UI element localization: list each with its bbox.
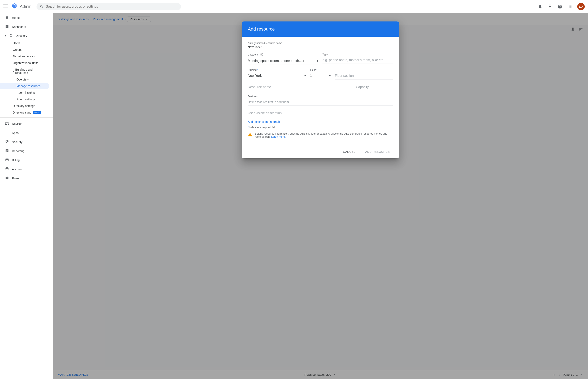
sidebar-item-groups[interactable]: Groups bbox=[0, 47, 49, 53]
floor-label: Floor * bbox=[310, 68, 331, 71]
required-note: * indicates a required field bbox=[248, 126, 393, 129]
billing-icon bbox=[5, 158, 9, 163]
search-bar[interactable] bbox=[36, 3, 181, 10]
category-help-icon[interactable]: ⓘ bbox=[260, 53, 263, 56]
grid-button[interactable] bbox=[566, 2, 574, 11]
floor-select[interactable]: 12345 bbox=[310, 74, 331, 78]
sidebar-buildings-label: Buildings and resources bbox=[15, 68, 44, 75]
sidebar-dir-settings-label: Directory settings bbox=[13, 104, 35, 108]
sidebar-billing-label: Billing bbox=[12, 158, 20, 162]
home-icon bbox=[5, 16, 9, 20]
sidebar-item-devices[interactable]: Devices bbox=[0, 119, 49, 128]
rules-icon bbox=[5, 176, 9, 181]
topbar: Admin LU bbox=[0, 0, 588, 13]
search-icon bbox=[40, 4, 44, 9]
type-input[interactable] bbox=[322, 57, 393, 64]
devices-icon bbox=[5, 122, 9, 126]
learn-more-link[interactable]: Learn more. bbox=[271, 135, 286, 138]
directory-arrow-icon: ▾ bbox=[5, 34, 6, 37]
sidebar-home-label: Home bbox=[12, 16, 20, 19]
sidebar: Home Dashboard ▾ Directory Users Groups … bbox=[0, 13, 53, 379]
sidebar-item-apps[interactable]: Apps bbox=[0, 128, 49, 138]
sidebar-account-label: Account bbox=[12, 168, 22, 171]
sidebar-rules-label: Rules bbox=[12, 177, 19, 180]
sidebar-item-account[interactable]: Account bbox=[0, 165, 49, 174]
menu-icon[interactable] bbox=[3, 3, 8, 10]
description-input[interactable] bbox=[248, 110, 393, 117]
building-select-wrapper: New YorkSan FranciscoLondon ▾ bbox=[248, 72, 306, 79]
dialog-body: Auto-generated resource name New York-1-… bbox=[242, 37, 399, 145]
directory-icon bbox=[9, 33, 13, 38]
sidebar-item-overview[interactable]: Overview bbox=[0, 76, 49, 83]
search-input[interactable] bbox=[46, 5, 178, 8]
sidebar-item-security[interactable]: Security bbox=[0, 138, 49, 147]
svg-rect-0 bbox=[3, 4, 8, 5]
avatar[interactable]: LU bbox=[577, 3, 585, 10]
bell-button[interactable] bbox=[536, 2, 544, 11]
sidebar-dashboard-label: Dashboard bbox=[12, 25, 26, 29]
sidebar-item-home[interactable]: Home bbox=[0, 13, 49, 22]
resource-name-input[interactable] bbox=[248, 84, 352, 91]
reporting-icon bbox=[5, 149, 9, 154]
hourglass-button[interactable] bbox=[546, 2, 554, 11]
required-note-text: indicates a required field bbox=[249, 126, 276, 129]
sidebar-overview-label: Overview bbox=[16, 78, 29, 81]
add-resource-dialog: Add resource Auto-generated resource nam… bbox=[242, 21, 399, 158]
add-resource-button[interactable]: ADD RESOURCE bbox=[362, 148, 393, 155]
capacity-group bbox=[356, 84, 393, 91]
sidebar-item-billing[interactable]: Billing bbox=[0, 156, 49, 165]
sidebar-item-room-settings[interactable]: Room settings bbox=[0, 96, 49, 103]
buildings-arrow-icon: ▾ bbox=[13, 70, 14, 73]
features-placeholder: Define features first to add them. bbox=[248, 99, 393, 106]
app-title: Admin bbox=[20, 4, 31, 9]
sidebar-item-org-units[interactable]: Organizational units bbox=[0, 60, 49, 66]
sidebar-item-reporting[interactable]: Reporting bbox=[0, 147, 49, 156]
auto-name-value: New York-1- bbox=[248, 46, 393, 49]
auto-name-section: Auto-generated resource name New York-1- bbox=[248, 42, 393, 49]
building-select[interactable]: New YorkSan FranciscoLondon bbox=[248, 74, 306, 78]
sidebar-room-settings-label: Room settings bbox=[16, 98, 35, 101]
floor-section-input[interactable] bbox=[335, 72, 393, 79]
building-floor-row: Building * New YorkSan FranciscoLondon ▾… bbox=[248, 68, 393, 79]
sidebar-item-dashboard[interactable]: Dashboard bbox=[0, 22, 49, 31]
sidebar-item-rules[interactable]: Rules bbox=[0, 174, 49, 183]
beta-badge: BETA bbox=[33, 111, 41, 114]
sidebar-item-directory-settings[interactable]: Directory settings bbox=[0, 103, 49, 109]
features-label: Features bbox=[248, 95, 393, 98]
dashboard-icon bbox=[5, 25, 9, 29]
sidebar-item-directory[interactable]: ▾ Directory bbox=[0, 31, 53, 40]
main-layout: Home Dashboard ▾ Directory Users Groups … bbox=[0, 13, 588, 379]
sidebar-item-directory-sync[interactable]: Directory sync BETA bbox=[0, 109, 49, 116]
cancel-button[interactable]: CANCEL bbox=[340, 148, 359, 155]
sidebar-item-room-insights[interactable]: Room insights bbox=[0, 89, 49, 96]
dialog-title: Add resource bbox=[248, 26, 393, 32]
warning-text: Setting resource information, such as bu… bbox=[255, 132, 393, 138]
sidebar-devices-label: Devices bbox=[12, 122, 22, 126]
floor-section-group: Floor section bbox=[335, 68, 393, 79]
name-capacity-row bbox=[248, 84, 393, 91]
floor-group: Floor * 12345 ▾ bbox=[310, 68, 331, 79]
sidebar-item-buildings[interactable]: ▾ Buildings and resources bbox=[0, 66, 49, 76]
help-button[interactable] bbox=[556, 2, 564, 11]
apps-icon bbox=[5, 131, 9, 135]
sidebar-item-users[interactable]: Users bbox=[0, 40, 49, 47]
sidebar-apps-label: Apps bbox=[12, 131, 19, 135]
sidebar-security-label: Security bbox=[12, 140, 22, 144]
category-select[interactable]: Meeting space (room, phone booth,...)Oth… bbox=[248, 59, 318, 63]
sidebar-item-target-audiences[interactable]: Target audiences bbox=[0, 53, 49, 60]
features-section: Features Define features first to add th… bbox=[248, 95, 393, 106]
sidebar-dir-sync-label: Directory sync bbox=[13, 111, 31, 114]
dialog-footer: CANCEL ADD RESOURCE bbox=[242, 145, 399, 158]
logo: Admin bbox=[11, 3, 31, 10]
building-label: Building * bbox=[248, 68, 306, 71]
sidebar-users-label: Users bbox=[13, 42, 20, 45]
auto-name-label: Auto-generated resource name bbox=[248, 42, 393, 45]
add-description-link[interactable]: Add description (internal) bbox=[248, 120, 393, 124]
sidebar-room-insights-label: Room insights bbox=[16, 91, 35, 94]
topbar-actions: LU bbox=[536, 2, 585, 11]
sidebar-item-manage-resources[interactable]: Manage resources bbox=[0, 83, 49, 89]
content-area: Buildings and resources › Resource manag… bbox=[53, 13, 588, 379]
category-type-row: Category * ⓘ Meeting space (room, phone … bbox=[248, 53, 393, 64]
capacity-input[interactable] bbox=[356, 84, 393, 91]
building-group: Building * New YorkSan FranciscoLondon ▾ bbox=[248, 68, 306, 79]
